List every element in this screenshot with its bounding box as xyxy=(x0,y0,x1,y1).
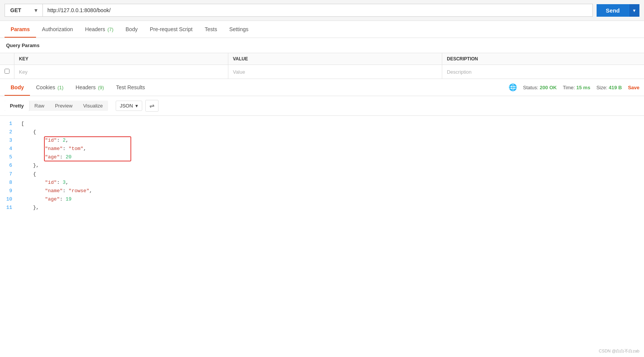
tab-prerequest[interactable]: Pre-request Script xyxy=(144,21,199,38)
tab-tests[interactable]: Tests xyxy=(199,21,223,38)
tab-response-headers[interactable]: Headers (9) xyxy=(69,79,110,96)
desc-placeholder: Description xyxy=(447,69,471,75)
params-table: KEY VALUE DESCRIPTION Key Value Descript… xyxy=(0,53,644,79)
tab-params[interactable]: Params xyxy=(5,21,36,38)
tab-response-body[interactable]: Body xyxy=(5,79,30,96)
code-content: [ { "id": 2, "name": "tom", "age": 20 },… xyxy=(18,120,644,212)
url-bar: GET ▾ Send ▾ xyxy=(0,0,644,21)
response-meta: 🌐 Status: 200 OK Time: 15 ms Size: 419 B… xyxy=(509,83,639,92)
format-chevron-icon: ▾ xyxy=(135,103,138,109)
method-select[interactable]: GET ▾ xyxy=(5,4,42,17)
col-desc-header: DESCRIPTION xyxy=(442,53,644,65)
value-placeholder: Value xyxy=(233,69,245,75)
key-placeholder: Key xyxy=(19,69,27,75)
query-params-header: Query Params xyxy=(0,38,644,53)
size-value: 419 B xyxy=(609,85,622,90)
url-input[interactable] xyxy=(42,4,593,17)
params-value-cell[interactable]: Value xyxy=(228,65,442,79)
params-desc-cell[interactable]: Description xyxy=(442,65,644,79)
params-row-empty: Key Value Description xyxy=(0,65,644,79)
tab-authorization[interactable]: Authorization xyxy=(36,21,79,38)
wrap-icon: ⇌ xyxy=(149,103,154,109)
method-label: GET xyxy=(10,7,21,13)
tab-response-cookies[interactable]: Cookies (1) xyxy=(30,79,69,96)
format-select[interactable]: JSON ▾ xyxy=(116,101,142,111)
cookies-badge: (1) xyxy=(57,85,63,90)
line-numbers: 1234567891011 xyxy=(0,120,18,212)
tab-body[interactable]: Body xyxy=(119,21,144,38)
save-response-button[interactable]: Save xyxy=(628,85,639,90)
request-tabs: Params Authorization Headers (7) Body Pr… xyxy=(0,21,644,38)
response-tabs: Body Cookies (1) Headers (9) Test Result… xyxy=(0,79,644,96)
params-key-cell[interactable]: Key xyxy=(14,65,228,79)
tab-headers[interactable]: Headers (7) xyxy=(79,21,119,38)
tab-test-results[interactable]: Test Results xyxy=(110,79,151,96)
view-tabs: Pretty Raw Preview Visualize xyxy=(5,101,108,111)
status-label: Status: 200 OK xyxy=(523,85,557,90)
row-checkbox[interactable] xyxy=(5,69,9,74)
method-chevron-icon: ▾ xyxy=(35,7,37,13)
view-tab-pretty[interactable]: Pretty xyxy=(5,101,29,111)
body-toolbar: Pretty Raw Preview Visualize JSON ▾ ⇌ xyxy=(0,96,644,116)
time-label: Time: 15 ms xyxy=(563,85,591,90)
status-value: 200 OK xyxy=(540,85,557,90)
time-value: 15 ms xyxy=(576,85,591,90)
col-value-header: VALUE xyxy=(228,53,442,65)
headers-badge: (7) xyxy=(107,27,113,32)
view-tab-raw[interactable]: Raw xyxy=(29,101,50,111)
col-key-header: KEY xyxy=(14,53,228,65)
format-label: JSON xyxy=(120,103,133,109)
col-checkbox-header xyxy=(0,53,14,65)
code-area: 1234567891011 [ { "id": 2, "name": "tom"… xyxy=(0,116,644,216)
view-tab-preview[interactable]: Preview xyxy=(50,101,78,111)
send-button[interactable]: Send xyxy=(597,4,629,17)
send-dropdown-button[interactable]: ▾ xyxy=(629,4,639,17)
tab-settings[interactable]: Settings xyxy=(223,21,254,38)
view-tab-visualize[interactable]: Visualize xyxy=(78,101,108,111)
response-headers-badge: (9) xyxy=(98,85,104,90)
size-label: Size: 419 B xyxy=(596,85,622,90)
globe-icon[interactable]: 🌐 xyxy=(509,83,517,92)
send-button-wrapper: Send ▾ xyxy=(597,4,639,17)
params-row-checkbox[interactable] xyxy=(0,65,14,79)
wrap-toggle-button[interactable]: ⇌ xyxy=(145,100,159,112)
